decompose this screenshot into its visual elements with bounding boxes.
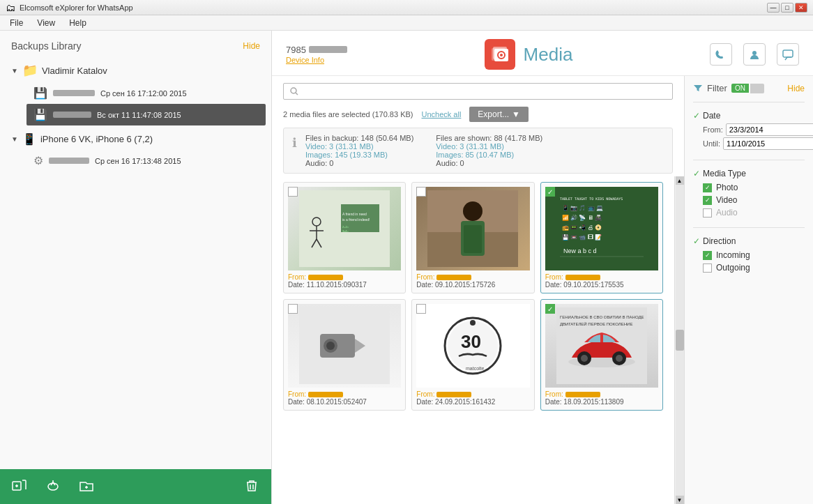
close-button[interactable]: ✕ [795, 3, 807, 13]
until-date-input[interactable] [723, 137, 813, 150]
media-meta-4: From: Date: 24.09.2015:161432 [416, 390, 529, 406]
backup-datetime-1: Ср сен 16 17:12:00 2015 [100, 89, 187, 98]
hide-sidebar-button[interactable]: Hide [243, 41, 260, 51]
backup-item-3[interactable]: ⚙ Ср сен 16 17:13:48 2015 [26, 150, 266, 171]
filter-outgoing-item[interactable]: Outgoing [693, 261, 805, 274]
maximize-button[interactable]: □ [781, 3, 793, 13]
scroll-thumb[interactable] [676, 330, 684, 351]
filter-toggle[interactable]: ON [731, 84, 764, 93]
messages-button[interactable] [777, 43, 799, 66]
outgoing-checkbox[interactable] [703, 264, 712, 273]
svg-point-43 [470, 320, 476, 326]
filter-mediatype-section: ✓ Media Type ✓ Photo ✓ Video Audio [693, 169, 805, 219]
filter-incoming-item[interactable]: ✓ Incoming [693, 249, 805, 261]
toggle-on-label: ON [731, 84, 749, 93]
date-from-row: From: ▼ [703, 123, 805, 136]
date-value-2: 09.10.2015:175535 [563, 281, 623, 289]
export-button[interactable]: Export... ▼ [469, 107, 529, 122]
scroll-up-button[interactable]: ▲ [676, 176, 684, 185]
svg-text:ГЕНИАЛЬНОЕ В СВО ОБИТИИ В ПАНО: ГЕНИАЛЬНОЕ В СВО ОБИТИИ В ПАНОДЕ [560, 315, 644, 319]
photo-checkbox[interactable]: ✓ [703, 183, 712, 192]
filter-audio-item[interactable]: Audio [693, 206, 805, 219]
toggle-track [750, 84, 764, 93]
phone-number: 7985 [286, 45, 306, 55]
device-info-section: 7985 Device Info [286, 45, 347, 65]
menu-view[interactable]: View [30, 17, 62, 29]
svg-rect-8 [783, 50, 793, 57]
media-checkbox-5[interactable]: ✓ [545, 304, 555, 314]
media-meta-1: From: Date: 09.10.2015:175726 [416, 273, 529, 289]
backup-item-2[interactable]: 💾 Вс окт 11 11:47:08 2015 [26, 104, 266, 125]
date-check-icon: ✓ [693, 111, 700, 121]
direction-check-icon: ✓ [693, 236, 700, 246]
minimize-button[interactable]: — [767, 3, 780, 13]
audio-checkbox[interactable] [703, 208, 712, 217]
date-label-0: Date: [288, 281, 307, 289]
search-input[interactable] [302, 86, 667, 96]
svg-text:TABLET TAUGHT TO KIDS NOWADAYS: TABLET TAUGHT TO KIDS NOWADAYS [560, 197, 623, 201]
date-label-3: Date: [288, 398, 307, 406]
scroll-down-button[interactable]: ▼ [676, 496, 684, 504]
video-shown-val: Video: 3 (31.31 MB) [436, 142, 504, 151]
info-strip: ℹ Files in backup: 148 (50.64 MB) Video:… [283, 128, 673, 174]
filter-video-item[interactable]: ✓ Video [693, 194, 805, 206]
from-label-1: From: [416, 273, 436, 281]
date-until-row: Until: ▼ [703, 137, 805, 150]
add-backup-button[interactable] [11, 478, 28, 496]
scrollbar[interactable]: ▲ ▼ [674, 176, 684, 504]
contacts-button[interactable] [743, 43, 766, 66]
main-layout: Backups Library Hide ▼ 📁 Vladimir Katalo… [0, 31, 813, 504]
media-checkbox-1[interactable] [416, 187, 426, 197]
media-grid: A friend in need is a friend indeed! [283, 182, 663, 411]
incoming-checkbox[interactable]: ✓ [703, 251, 712, 260]
svg-point-7 [752, 51, 757, 55]
media-meta-5: From: Date: 18.09.2015:113809 [545, 390, 658, 406]
phone-number-redacted [309, 46, 347, 53]
menu-file[interactable]: File [3, 17, 30, 29]
filter-date-header: ✓ Date [693, 111, 805, 121]
media-checkbox-2[interactable]: ✓ [545, 187, 555, 197]
tree-parent-iphone[interactable]: ▼ 📱 iPhone 6 VK, iPhone 6 (7,2) [6, 128, 266, 150]
images-backup-val: Images: 145 (19.33 MB) [305, 151, 388, 159]
status-bar: 2 media files are selected (170.83 KB) U… [272, 104, 684, 125]
svg-text:A friend in need: A friend in need [342, 212, 367, 216]
tree-parent-vladimir[interactable]: ▼ 📁 Vladimir Katalov [6, 59, 266, 82]
svg-text:matcolte: matcolte [466, 366, 485, 371]
menu-help[interactable]: Help [62, 17, 93, 29]
filter-panel: Filter ON Hide ✓ Date From: [684, 76, 813, 504]
direction-section-label: Direction [703, 236, 736, 246]
date-label-4: Date: [416, 398, 435, 406]
backup-datetime-3: Ср сен 16 17:13:48 2015 [95, 157, 181, 165]
filter-photo-item[interactable]: ✓ Photo [693, 181, 805, 194]
media-checkbox-4[interactable] [416, 304, 426, 314]
media-thumb-5: ГЕНИАЛЬНОЕ В СВО ОБИТИИ В ПАНОДЕ ДВИГАТЕ… [545, 304, 658, 388]
media-checkbox-3[interactable] [288, 304, 298, 314]
mediatype-section-label: Media Type [703, 169, 746, 178]
from-value-3 [308, 392, 343, 397]
svg-text:📶 🔊 📡 🖥 📠: 📶 🔊 📡 🖥 📠 [562, 214, 602, 221]
uncheck-all-button[interactable]: Uncheck all [422, 110, 462, 119]
top-bar: 7985 Device Info Media [272, 31, 813, 76]
search-icon [289, 86, 299, 96]
calls-button[interactable] [710, 43, 732, 66]
filter-icon [693, 84, 703, 93]
media-checkbox-0[interactable] [288, 187, 298, 197]
backup-icon-2: 💾 [33, 108, 47, 121]
cloud-upload-button[interactable] [45, 478, 61, 496]
backup-item-1[interactable]: 💾 Ср сен 16 17:12:00 2015 [26, 82, 266, 104]
date-section-label: Date [703, 111, 720, 121]
from-value-0 [308, 275, 343, 280]
filter-hide-button[interactable]: Hide [787, 84, 805, 93]
from-value-1 [436, 275, 471, 280]
delete-button[interactable] [243, 478, 260, 496]
media-thumb-4: 30 matcolte [416, 304, 529, 388]
sidebar-header: Backups Library Hide [0, 31, 271, 59]
device-info-link[interactable]: Device Info [286, 56, 324, 64]
video-checkbox[interactable]: ✓ [703, 196, 712, 205]
video-backup-val: Video: 3 (31.31 MB) [305, 142, 374, 151]
add-folder-button[interactable] [78, 478, 95, 496]
backups-library-title: Backups Library [11, 40, 81, 52]
backup-number-1 [53, 90, 95, 96]
from-date-input[interactable] [726, 123, 813, 136]
svg-text:30: 30 [461, 331, 481, 352]
